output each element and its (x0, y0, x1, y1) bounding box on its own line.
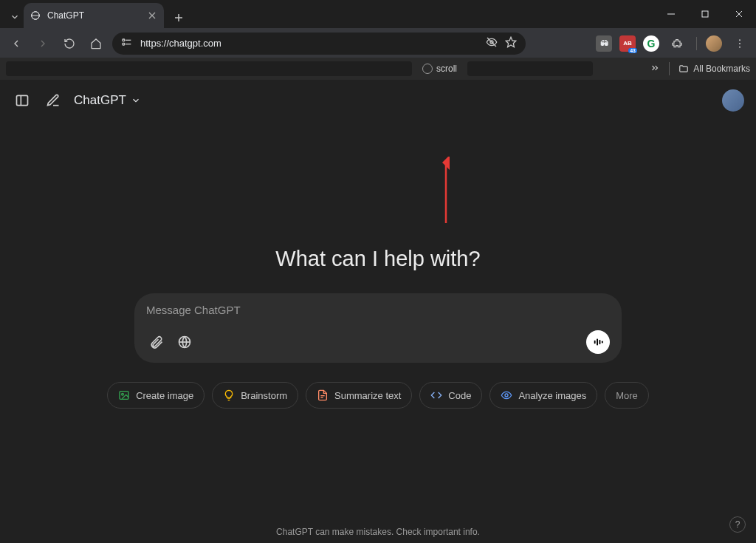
chip-label: Summarize text (334, 390, 401, 401)
all-bookmarks-button[interactable]: All Bookmarks (678, 64, 750, 74)
svg-point-18 (739, 46, 740, 47)
window-minimize-button[interactable] (654, 0, 688, 28)
help-button[interactable]: ? (729, 516, 746, 533)
chip-label: More (616, 390, 638, 401)
globe-icon (422, 64, 433, 74)
nav-back-button[interactable] (6, 33, 27, 54)
nav-home-button[interactable] (86, 33, 106, 54)
chatgpt-favicon-icon (30, 10, 41, 21)
document-icon (317, 389, 329, 401)
folder-icon (678, 64, 689, 74)
tab-search-dropdown[interactable] (6, 6, 24, 28)
message-composer[interactable] (134, 293, 622, 363)
eye-off-icon[interactable] (486, 36, 498, 50)
svg-rect-21 (17, 95, 28, 105)
annotation-arrow-icon (437, 157, 455, 228)
svg-rect-9 (123, 39, 125, 41)
chevron-down-icon (131, 95, 141, 106)
svg-rect-26 (597, 339, 598, 346)
new-tab-button[interactable] (168, 7, 189, 28)
svg-point-17 (739, 43, 740, 44)
footer-disclaimer: ChatGPT can make mistakes. Check importa… (0, 527, 756, 537)
svg-point-30 (122, 393, 124, 395)
chip-label: Create image (136, 390, 193, 401)
chip-label: Brainstorm (241, 390, 287, 401)
chip-create-image[interactable]: Create image (107, 382, 205, 409)
chip-analyze-images[interactable]: Analyze images (489, 382, 597, 409)
bookmark-placeholder (6, 61, 412, 76)
separator (669, 62, 670, 75)
svg-point-33 (505, 394, 508, 397)
svg-rect-11 (123, 43, 125, 45)
extension-1-icon[interactable]: 🕶 (596, 35, 612, 52)
user-avatar[interactable] (722, 89, 744, 112)
svg-rect-27 (599, 340, 601, 344)
attach-button[interactable] (146, 332, 167, 352)
chip-label: Code (448, 390, 471, 401)
sidebar-toggle-button[interactable] (12, 90, 32, 111)
bookmark-placeholder-2 (467, 61, 593, 76)
svg-marker-15 (506, 37, 515, 47)
bookmark-star-icon[interactable] (505, 36, 517, 50)
tab-close-button[interactable] (146, 10, 158, 21)
tab-title: ChatGPT (47, 10, 140, 21)
svg-rect-25 (594, 341, 596, 344)
site-settings-icon[interactable] (121, 36, 133, 50)
url-text: https://chatgpt.com (140, 38, 478, 49)
eye-icon (501, 389, 512, 401)
svg-rect-28 (602, 341, 603, 344)
chip-more[interactable]: More (605, 382, 649, 409)
grammarly-extension-icon[interactable]: G (643, 35, 659, 52)
browser-tab[interactable]: ChatGPT (24, 3, 164, 28)
browser-menu-button[interactable] (729, 33, 750, 54)
chip-label: Analyze images (518, 390, 586, 401)
lightbulb-icon (223, 389, 235, 401)
new-chat-button[interactable] (43, 90, 63, 111)
svg-point-16 (739, 39, 740, 41)
bookmark-scroll[interactable]: scroll (418, 62, 461, 75)
extensions-puzzle-icon[interactable] (667, 33, 687, 54)
voice-input-button[interactable] (586, 330, 610, 354)
bookmark-label: scroll (436, 64, 457, 74)
window-maximize-button[interactable] (688, 0, 722, 28)
web-search-button[interactable] (174, 332, 195, 352)
image-icon (118, 389, 130, 401)
window-close-button[interactable] (722, 0, 756, 28)
model-name: ChatGPT (74, 93, 126, 108)
model-selector[interactable]: ChatGPT (74, 93, 141, 108)
chip-code[interactable]: Code (419, 382, 482, 409)
message-input[interactable] (146, 304, 610, 316)
nav-forward-button[interactable] (32, 33, 53, 54)
address-bar[interactable]: https://chatgpt.com (112, 33, 526, 55)
hero-heading: What can I help with? (275, 247, 480, 271)
code-icon (430, 389, 442, 401)
profile-avatar[interactable] (706, 35, 722, 52)
svg-rect-6 (702, 11, 708, 17)
extension-2-icon[interactable]: AB43 (619, 35, 636, 52)
bookmarks-overflow-icon[interactable] (650, 63, 660, 75)
separator (696, 37, 697, 50)
chip-summarize[interactable]: Summarize text (306, 382, 412, 409)
chip-brainstorm[interactable]: Brainstorm (212, 382, 298, 409)
nav-reload-button[interactable] (59, 33, 80, 54)
